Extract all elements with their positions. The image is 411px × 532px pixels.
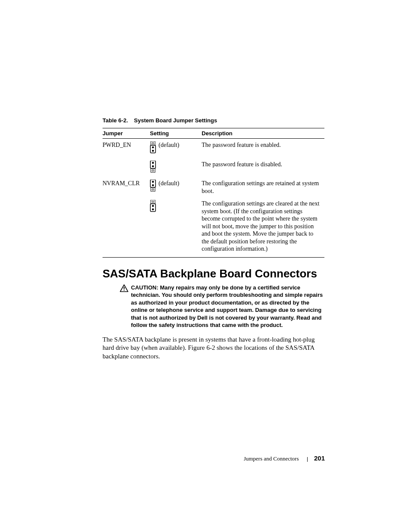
svg-point-11 <box>152 181 154 183</box>
jumper-pin-icon <box>150 161 156 173</box>
table-row: The configuration settings are cleared a… <box>103 197 324 257</box>
table-caption: Table 6-2.System Board Jumper Settings <box>103 117 324 124</box>
caution-text: CAUTION: Many repairs may only be done b… <box>131 284 324 329</box>
footer-separator <box>307 457 308 462</box>
caution-block: CAUTION: Many repairs may only be done b… <box>103 284 324 329</box>
jumper-pin-icon <box>150 200 156 212</box>
footer-page-number: 201 <box>314 454 325 462</box>
section-heading: SAS/SATA Backplane Board Connectors <box>103 267 324 280</box>
jumper-pin-icon <box>150 180 156 192</box>
cell-jumper: NVRAM_CLR <box>103 177 150 197</box>
cell-jumper <box>103 197 150 257</box>
cell-setting <box>150 197 202 257</box>
setting-label: (default) <box>159 180 179 187</box>
table-number: Table 6-2. <box>103 117 128 124</box>
cell-desc: The configuration settings are retained … <box>202 177 324 197</box>
setting-label: (default) <box>159 141 179 149</box>
jumper-pin-icon <box>150 141 156 153</box>
svg-point-7 <box>152 165 154 167</box>
cell-desc: The password feature is enabled. <box>202 139 324 158</box>
page-content: Table 6-2.System Board Jumper Settings J… <box>103 117 324 367</box>
footer-section: Jumpers and Connectors <box>244 455 299 462</box>
svg-point-14 <box>152 189 154 190</box>
jumper-table: Jumper Setting Description PWRD_EN <box>103 128 324 258</box>
svg-point-16 <box>152 201 154 203</box>
svg-point-1 <box>152 143 154 144</box>
svg-rect-13 <box>151 187 155 191</box>
svg-rect-8 <box>151 168 155 172</box>
svg-point-18 <box>152 205 154 207</box>
svg-rect-21 <box>124 287 125 289</box>
svg-point-19 <box>152 208 154 211</box>
cell-setting: (default) <box>150 177 202 197</box>
table-title: System Board Jumper Settings <box>134 117 217 124</box>
caution-label: CAUTION: <box>131 284 159 291</box>
svg-point-3 <box>152 146 154 149</box>
th-jumper: Jumper <box>103 128 150 139</box>
cell-setting <box>150 158 202 177</box>
page-footer: Jumpers and Connectors 201 <box>0 454 325 462</box>
svg-rect-22 <box>124 289 125 290</box>
cell-desc: The password feature is disabled. <box>202 158 324 177</box>
svg-point-6 <box>152 162 154 164</box>
svg-rect-0 <box>151 141 155 145</box>
th-setting: Setting <box>150 128 202 139</box>
table-header-row: Jumper Setting Description <box>103 128 324 139</box>
th-description: Description <box>202 128 324 139</box>
body-paragraph: The SAS/SATA backplane is present in sys… <box>103 336 324 361</box>
svg-point-9 <box>152 169 154 171</box>
cell-desc: The configuration settings are cleared a… <box>202 197 324 257</box>
caution-icon <box>120 284 128 294</box>
caution-body: Many repairs may only be done by a certi… <box>131 284 323 329</box>
svg-point-4 <box>152 150 154 152</box>
table-row: NVRAM_CLR (default) <box>103 177 324 197</box>
table-row: The password feature is disabled. <box>103 158 324 177</box>
svg-point-12 <box>152 184 154 187</box>
svg-rect-15 <box>151 200 155 204</box>
table-row: PWRD_EN (default) <box>103 139 324 158</box>
cell-jumper <box>103 158 150 177</box>
cell-jumper: PWRD_EN <box>103 139 150 158</box>
cell-setting: (default) <box>150 139 202 158</box>
